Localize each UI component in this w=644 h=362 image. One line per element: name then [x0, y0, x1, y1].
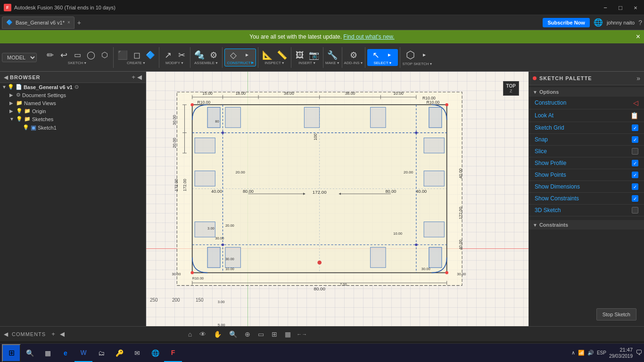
browser-item-root[interactable]: ▼ 💡 📄 Base_General v6 v1 ⊙	[0, 83, 146, 91]
tab-close-btn[interactable]: ×	[67, 20, 70, 25]
viewport[interactable]: TOP Z 250 200 150	[146, 72, 528, 326]
tb-rect-btn[interactable]: ▭	[71, 50, 84, 60]
taskbar-clock[interactable]: 21:47 29/03/2019	[609, 346, 633, 359]
browser-more-btn[interactable]: ◀	[137, 74, 142, 81]
view-mode-btn[interactable]: ▭	[256, 329, 266, 339]
tray-up-icon[interactable]: ∧	[571, 350, 575, 356]
tb-create1-btn[interactable]: ⬛	[116, 50, 130, 60]
notification-action-center[interactable]: 🗨	[636, 349, 642, 356]
show-dimensions-item[interactable]: Show Dimensions	[529, 181, 644, 193]
insert-group-label[interactable]: INSERT▼	[298, 61, 316, 65]
browser-collapse-status-btn[interactable]: ◀	[4, 331, 8, 337]
tb-modify2-btn[interactable]: ✂	[175, 50, 188, 60]
active-tab[interactable]: 🔷 Base_General v6 v1* ×	[2, 16, 74, 29]
subscribe-button[interactable]: Subscribe Now	[543, 18, 589, 27]
tb-insert1-btn[interactable]: 🖼	[293, 50, 306, 60]
tb-undo-btn[interactable]: ↩	[57, 50, 70, 60]
model-selector[interactable]: MODEL	[2, 53, 37, 62]
tb-select-arrow-btn[interactable]: ▶	[383, 52, 396, 58]
show-dimensions-checkbox[interactable]	[632, 183, 638, 190]
tb-inspect1-btn[interactable]: 📐	[260, 50, 274, 60]
expand-namedviews[interactable]: ▶	[9, 100, 15, 106]
fit-btn[interactable]: ⊕	[243, 329, 252, 339]
browser-item-docsettings[interactable]: ▶ ⚙ Document Settings	[0, 91, 146, 99]
tb-create2-btn[interactable]: ◻	[130, 50, 143, 60]
add-comment-icon[interactable]: +	[51, 330, 55, 337]
sketch-grid-checkbox[interactable]	[632, 124, 638, 131]
stop-sketch-btn[interactable]: Stop Sketch	[596, 308, 636, 321]
notif-close-btn[interactable]: ×	[636, 33, 640, 41]
chrome-btn[interactable]: 🌐	[146, 344, 164, 362]
tb-construct-arrow-btn[interactable]: ▶	[240, 52, 254, 58]
palette-expand-btn[interactable]: »	[636, 74, 640, 82]
tb-addins1-btn[interactable]: ⚙	[347, 50, 360, 60]
expand-docsettings[interactable]: ▶	[9, 92, 15, 98]
show-points-item[interactable]: Show Points	[529, 169, 644, 181]
tb-modify1-btn[interactable]: ↗	[161, 50, 174, 60]
home-view-btn[interactable]: ⌂	[186, 329, 194, 339]
new-tab-btn[interactable]: +	[75, 18, 83, 27]
explorer-btn[interactable]: 🗂	[92, 344, 110, 362]
browser-collapse-btn[interactable]: ◀	[4, 74, 8, 81]
tb-construct1-btn[interactable]: ◇	[227, 50, 240, 60]
search-btn[interactable]: 🔍	[21, 344, 39, 362]
display-btn[interactable]: ▦	[283, 329, 293, 339]
minimize-btn[interactable]: −	[599, 3, 612, 12]
3d-sketch-checkbox[interactable]	[632, 207, 638, 214]
sketch-group-label[interactable]: SKETCH▼	[68, 61, 87, 65]
addins-group-label[interactable]: ADD-INS▼	[344, 61, 363, 65]
maximize-btn[interactable]: □	[614, 3, 627, 12]
show-profile-checkbox[interactable]	[632, 160, 638, 166]
create-group-label[interactable]: CREATE▼	[127, 61, 146, 65]
tb-circle-btn[interactable]: ◯	[84, 50, 98, 60]
task-view-btn[interactable]: ▦	[39, 344, 57, 362]
start-btn[interactable]: ⊞	[2, 344, 21, 362]
tb-create3-btn[interactable]: 🔷	[144, 50, 157, 60]
browser-item-namedviews[interactable]: ▶ 📁 Named Views	[0, 99, 146, 107]
zoom-btn[interactable]: 🔍	[227, 329, 239, 339]
show-points-checkbox[interactable]	[632, 172, 638, 178]
status-collapse-icon[interactable]: ◀	[60, 330, 65, 337]
tb-assemble1-btn[interactable]: 🔩	[192, 50, 206, 60]
security-btn[interactable]: 🔑	[110, 344, 128, 362]
constraints-section-header[interactable]: ▼ Constraints	[529, 220, 644, 230]
browser-item-sketches[interactable]: ▼ 💡 📁 Sketches	[0, 115, 146, 123]
notif-link[interactable]: Find out what's new.	[343, 33, 394, 40]
word-btn[interactable]: W	[74, 344, 92, 362]
tb-sketch-btn[interactable]: ✏	[43, 50, 57, 60]
tb-inspect2-btn[interactable]: 📏	[275, 50, 289, 60]
tb-stopsketch-btn[interactable]: ⬡	[404, 49, 417, 61]
tb-make1-btn[interactable]: 🔧	[325, 50, 339, 60]
select-group-label[interactable]: SELECT▼	[373, 61, 392, 65]
edge-btn[interactable]: e	[57, 344, 74, 362]
browser-item-origin[interactable]: ▶ 💡 📁 Origin	[0, 107, 146, 115]
expand-sketches[interactable]: ▼	[9, 116, 15, 122]
options-section-header[interactable]: ▼ Options	[529, 87, 644, 97]
close-btn[interactable]: ×	[629, 3, 642, 12]
snap-item[interactable]: Snap	[529, 134, 644, 146]
show-profile-item[interactable]: Show Profile	[529, 157, 644, 169]
assemble-group-label[interactable]: ASSEMBLE▼	[194, 61, 218, 65]
slice-checkbox[interactable]	[632, 148, 638, 155]
tb-insert2-btn[interactable]: 📷	[307, 50, 321, 60]
construct-group-label[interactable]: CONSTRUCT▶	[227, 61, 253, 65]
show-constraints-item[interactable]: Show Constraints	[529, 193, 644, 205]
look-at-item[interactable]: Look At 📋	[529, 109, 644, 122]
modify-group-label[interactable]: MODIFY▼	[165, 61, 184, 65]
mail-btn[interactable]: ✉	[128, 344, 146, 362]
grid-btn[interactable]: ⊞	[270, 329, 279, 339]
browser-item-sketch1[interactable]: 💡 ▣ Sketch1	[0, 123, 146, 132]
make-group-label[interactable]: MAKE▼	[325, 61, 340, 65]
tb-line-btn[interactable]: ⬡	[98, 50, 111, 60]
tb-stopsketch-arrow-btn[interactable]: ▶	[418, 52, 431, 58]
show-constraints-checkbox[interactable]	[632, 195, 638, 202]
slice-item[interactable]: Slice	[529, 146, 644, 157]
tb-select-btn[interactable]: ↖	[369, 50, 382, 60]
look-at-btn[interactable]: 👁	[198, 329, 208, 339]
stopsketch-group-label[interactable]: STOP SKETCH▼	[402, 62, 432, 66]
snap-checkbox[interactable]	[632, 136, 638, 143]
tb-assemble2-btn[interactable]: ⚙	[207, 50, 220, 60]
construction-item[interactable]: Construction ◁	[529, 97, 644, 109]
browser-add-btn[interactable]: +	[132, 74, 135, 81]
sketch-grid-item[interactable]: Sketch Grid	[529, 122, 644, 134]
